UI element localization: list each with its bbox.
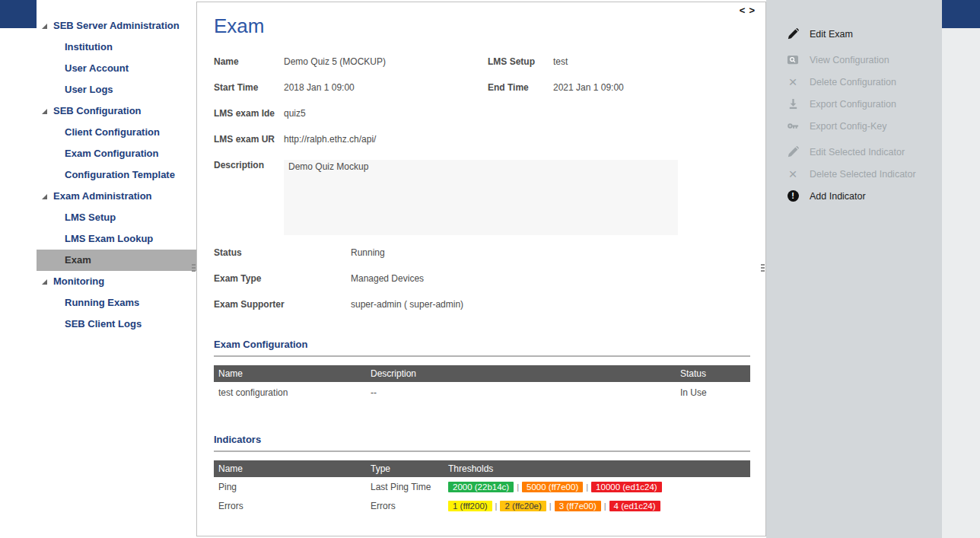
action-panel: Edit Exam View Configuration × Delete Co… — [766, 0, 942, 538]
start-time-label: Start Time — [214, 82, 284, 93]
lms-setup-value: test — [553, 56, 765, 67]
sidebar-item-lms-setup[interactable]: LMS Setup — [37, 207, 196, 228]
section-divider — [214, 450, 750, 452]
sidebar-item-configuration-template[interactable]: Configuration Template — [37, 164, 196, 186]
indicator-name-cell: Ping — [214, 482, 371, 492]
table-row[interactable]: test configuration -- In Use — [214, 382, 750, 403]
x-icon: × — [785, 167, 800, 181]
config-name-cell: test configuration — [214, 387, 371, 398]
sidebar-item-label: Exam Administration — [53, 186, 152, 207]
exam-type-value: Managed Devices — [351, 273, 765, 284]
sidebar-item-label: Exam — [65, 250, 91, 271]
end-time-value: 2021 Jan 1 09:00 — [553, 82, 765, 93]
start-time-value: 2018 Jan 1 09:00 — [284, 82, 488, 93]
action-label: Delete Selected Indicator — [810, 169, 916, 180]
lms-setup-label: LMS Setup — [488, 56, 553, 67]
column-header-name: Name — [214, 368, 371, 379]
threshold-separator: | — [586, 482, 588, 492]
exam-supporter-value: super-admin ( super-admin) — [351, 299, 765, 310]
indicator-type-cell: Errors — [371, 501, 448, 511]
table-row[interactable]: Ping Last Ping Time 2000 (22b14c)|5000 (… — [214, 477, 750, 496]
sidebar-item-seb-configuration[interactable]: SEB Configuration — [37, 100, 196, 122]
sidebar-item-label: Client Configuration — [65, 122, 160, 143]
exam-supporter-label: Exam Supporter — [214, 299, 351, 310]
threshold-separator: | — [549, 501, 552, 511]
sidebar-item-label: LMS Exam Lookup — [65, 228, 153, 250]
right-background-strip — [942, 28, 980, 538]
action-label: Export Config-Key — [810, 121, 886, 132]
sidebar-item-label: SEB Server Administration — [53, 15, 180, 37]
threshold-badge: 1 (fff200) — [448, 501, 492, 511]
panel-resize-handle-left[interactable] — [192, 264, 196, 273]
column-header-description: Description — [371, 368, 680, 379]
sidebar-nav: SEB Server Administration Institution Us… — [37, 0, 196, 538]
lms-exam-identifier-value: quiz5 — [284, 108, 765, 119]
edit-selected-indicator-button: Edit Selected Indicator — [766, 141, 942, 163]
sidebar-item-running-exams[interactable]: Running Exams — [37, 292, 196, 314]
pencil-icon — [785, 27, 800, 41]
sidebar-item-seb-client-logs[interactable]: SEB Client Logs — [37, 314, 196, 335]
sidebar-item-label: User Account — [65, 58, 129, 79]
sidebar-item-exam-administration[interactable]: Exam Administration — [37, 186, 196, 207]
pager-prev-icon[interactable]: < — [740, 5, 746, 16]
export-config-key-button: Export Config-Key — [766, 115, 942, 137]
action-label: Edit Selected Indicator — [810, 147, 905, 158]
sidebar-item-seb-server-administration[interactable]: SEB Server Administration — [37, 15, 196, 37]
sidebar-item-client-configuration[interactable]: Client Configuration — [37, 122, 196, 143]
pager-next-icon[interactable]: > — [749, 5, 755, 16]
exam-configuration-table: Name Description Status test configurati… — [214, 365, 750, 403]
exam-detail-panel: < > Exam Name Demo Quiz 5 (MOCKUP) LMS S… — [196, 2, 766, 536]
sidebar-item-label: Monitoring — [53, 271, 104, 292]
sidebar-item-monitoring[interactable]: Monitoring — [37, 271, 196, 292]
panel-resize-handle-right[interactable] — [761, 264, 765, 273]
sidebar-item-institution[interactable]: Institution — [37, 37, 196, 58]
sidebar-item-label: SEB Client Logs — [65, 314, 142, 335]
column-header-thresholds: Thresholds — [448, 463, 750, 474]
action-label: Edit Exam — [810, 29, 853, 40]
panel-pager: < > — [740, 5, 755, 16]
threshold-separator: | — [604, 501, 606, 511]
sidebar-item-user-logs[interactable]: User Logs — [37, 79, 196, 100]
export-configuration-button: Export Configuration — [766, 93, 942, 115]
description-field[interactable]: Demo Quiz Mockup — [284, 160, 678, 235]
add-indicator-button[interactable]: ! Add Indicator — [766, 185, 942, 207]
sidebar-item-label: Configuration Template — [65, 164, 175, 186]
sidebar-item-exam-configuration[interactable]: Exam Configuration — [37, 143, 196, 164]
status-value: Running — [351, 247, 765, 258]
table-header-row: Name Description Status — [214, 365, 750, 382]
status-label: Status — [214, 247, 351, 258]
name-value: Demo Quiz 5 (MOCKUP) — [284, 56, 488, 67]
tree-expander-icon[interactable] — [42, 24, 47, 29]
threshold-badge: 3 (ff7e00) — [555, 501, 601, 511]
tree-expander-icon[interactable] — [42, 109, 47, 114]
delete-selected-indicator-button: × Delete Selected Indicator — [766, 163, 942, 185]
edit-exam-button[interactable]: Edit Exam — [766, 23, 942, 45]
sidebar-item-label: Institution — [65, 37, 113, 58]
tree-expander-icon[interactable] — [42, 194, 47, 199]
sidebar-item-label: Running Exams — [65, 292, 139, 314]
tree-expander-icon[interactable] — [42, 279, 47, 285]
indicator-thresholds-cell: 1 (fff200)|2 (ffc20e)|3 (ff7e00)|4 (ed1c… — [448, 501, 750, 511]
threshold-badge: 4 (ed1c24) — [609, 501, 660, 511]
indicators-heading: Indicators — [214, 434, 765, 445]
indicators-table: Name Type Thresholds Ping Last Ping Time… — [214, 460, 750, 515]
column-header-name: Name — [214, 463, 371, 474]
x-icon: × — [785, 75, 800, 89]
sidebar-item-lms-exam-lookup[interactable]: LMS Exam Lookup — [37, 228, 196, 250]
name-label: Name — [214, 56, 284, 67]
action-label: View Configuration — [810, 55, 889, 65]
threshold-badge: 2 (ffc20e) — [500, 501, 546, 511]
sidebar-item-label: User Logs — [65, 79, 113, 100]
delete-configuration-button: × Delete Configuration — [766, 71, 942, 93]
sidebar-item-exam[interactable]: Exam — [37, 250, 196, 271]
sidebar-item-user-account[interactable]: User Account — [37, 58, 196, 79]
pencil-icon — [785, 145, 800, 159]
table-row[interactable]: Errors Errors 1 (fff200)|2 (ffc20e)|3 (f… — [214, 496, 750, 515]
exam-type-label: Exam Type — [214, 273, 351, 284]
download-icon — [785, 97, 800, 111]
page-title: Exam — [214, 14, 765, 38]
section-divider — [214, 355, 750, 357]
lms-exam-url-value: http://ralph.ethz.ch/api/ — [284, 134, 765, 145]
threshold-badge: 5000 (ff7e00) — [522, 482, 583, 492]
config-description-cell: -- — [371, 387, 680, 398]
